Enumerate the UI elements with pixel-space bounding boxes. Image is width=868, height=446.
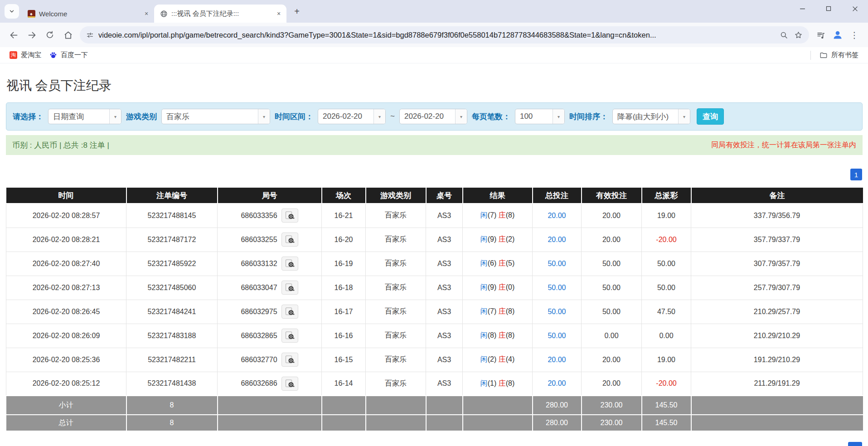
cell-round-id: 686033356	[218, 204, 322, 228]
video-replay-button[interactable]	[281, 329, 298, 343]
search-button[interactable]: 查询	[697, 108, 724, 125]
back-button[interactable]	[5, 27, 22, 43]
video-replay-button[interactable]	[281, 305, 298, 319]
cell-payout: 50.00	[642, 276, 691, 300]
page-1-button[interactable]: 1	[850, 169, 862, 180]
subtotal-payout: 145.50	[642, 396, 691, 415]
col-valid-bet: 有效投注	[582, 187, 642, 204]
total-bet-link[interactable]: 20.00	[548, 236, 566, 243]
cell-result: 闲(9) 庄(0)	[463, 276, 533, 300]
cell-result: 闲(9) 庄(2)	[463, 228, 533, 252]
dropdown-arrow-icon[interactable]: ▾	[109, 109, 121, 124]
sort-select[interactable]: 降幂(由大到小) ▾	[612, 109, 690, 124]
video-replay-button[interactable]	[281, 377, 298, 391]
page-size-select[interactable]: 100 ▾	[515, 109, 565, 124]
cell-payout: -20.00	[642, 228, 691, 252]
subtotal-valid-bet: 230.00	[582, 396, 642, 415]
table-row: 2026-02-20 08:28:57 523217488145 6860333…	[6, 204, 863, 228]
video-replay-button[interactable]	[281, 257, 298, 271]
cell-game-type: 百家乐	[366, 276, 426, 300]
total-bet-link[interactable]: 50.00	[548, 284, 566, 291]
cell-valid-bet: 50.00	[582, 276, 642, 300]
cell-total-bet: 20.00	[533, 348, 582, 372]
all-bookmarks-button[interactable]: 所有书签	[815, 49, 863, 61]
refresh-button[interactable]	[42, 27, 58, 43]
cell-session: 16-18	[322, 276, 366, 300]
new-tab-button[interactable]: +	[290, 5, 304, 18]
cell-table-no: AS3	[426, 252, 463, 276]
query-type-select[interactable]: 日期查询 ▾	[48, 109, 121, 124]
cell-time: 2026-02-20 08:27:40	[6, 252, 126, 276]
col-round-id: 局号	[218, 187, 322, 204]
total-bet-link[interactable]: 20.00	[548, 379, 566, 387]
cell-note: 257.79/307.79	[691, 276, 863, 300]
dropdown-arrow-icon[interactable]: ▾	[258, 109, 270, 124]
total-bet-link[interactable]: 50.00	[548, 260, 566, 267]
video-replay-button[interactable]	[281, 281, 298, 295]
dropdown-arrow-icon[interactable]: ▾	[373, 109, 385, 124]
col-note: 备注	[691, 187, 863, 204]
dropdown-arrow-icon[interactable]: ▾	[455, 109, 467, 124]
table-body: 2026-02-20 08:28:57 523217488145 6860333…	[6, 204, 863, 396]
total-bet-link[interactable]: 50.00	[548, 332, 566, 339]
cell-time: 2026-02-20 08:25:36	[6, 348, 126, 372]
sort-label: 时间排序：	[569, 112, 608, 122]
cell-valid-bet: 20.00	[582, 204, 642, 228]
cell-game-type: 百家乐	[366, 252, 426, 276]
cell-payout: 19.00	[642, 204, 691, 228]
site-settings-icon[interactable]	[86, 31, 94, 39]
dropdown-arrow-icon[interactable]: ▾	[678, 109, 690, 124]
minimize-button[interactable]	[789, 0, 815, 17]
cell-game-type: 百家乐	[366, 228, 426, 252]
close-tab-icon[interactable]: ×	[142, 10, 150, 18]
forward-button[interactable]	[24, 27, 40, 43]
cell-session: 16-20	[322, 228, 366, 252]
tab-welcome[interactable]: ♠ Welcome ×	[22, 5, 154, 23]
bookmark-star-icon[interactable]	[791, 28, 805, 42]
cell-session: 16-17	[322, 300, 366, 324]
total-bet-link[interactable]: 20.00	[548, 212, 566, 219]
bookmark-taobao[interactable]: 淘 爱淘宝	[5, 49, 45, 61]
total-bet-link[interactable]: 20.00	[548, 356, 566, 364]
tab-search-button[interactable]	[5, 4, 19, 19]
cell-result: 闲(8) 庄(8)	[463, 324, 533, 348]
round-id-text: 686033255	[241, 236, 277, 244]
col-game-type: 游戏类别	[366, 187, 426, 204]
dropdown-arrow-icon[interactable]: ▾	[553, 109, 564, 124]
cell-valid-bet: 20.00	[582, 228, 642, 252]
browser-menu-icon[interactable]: ⋮	[846, 27, 863, 43]
browser-tabstrip: ♠ Welcome × :::视讯 会员下注纪录::: × +	[0, 0, 868, 23]
cell-table-no: AS3	[426, 324, 463, 348]
cell-bet-id: 523217484241	[126, 300, 218, 324]
cell-total-bet: 50.00	[533, 276, 582, 300]
cell-table-no: AS3	[426, 276, 463, 300]
close-window-button[interactable]	[842, 0, 868, 17]
cell-bet-id: 523217485060	[126, 276, 218, 300]
cell-time: 2026-02-20 08:26:45	[6, 300, 126, 324]
profile-avatar[interactable]	[830, 27, 845, 43]
video-replay-button[interactable]	[281, 233, 298, 247]
bookmark-baidu[interactable]: 百度一下	[45, 49, 92, 61]
maximize-button[interactable]	[815, 0, 842, 17]
url-bar[interactable]: videoie.com/ipl/portal.php/game/betrecor…	[80, 26, 809, 44]
home-button[interactable]	[60, 27, 76, 43]
tab-title: :::视讯 会员下注纪录:::	[171, 10, 271, 18]
page-1-button[interactable]: 1	[848, 442, 862, 446]
game-type-select[interactable]: 百家乐 ▾	[161, 109, 270, 124]
cell-round-id: 686033132	[218, 252, 322, 276]
media-controls-icon[interactable]	[813, 27, 829, 43]
video-replay-button[interactable]	[281, 353, 298, 367]
url-text[interactable]: videoie.com/ipl/portal.php/game/betrecor…	[98, 31, 772, 39]
zoom-icon[interactable]	[776, 28, 791, 42]
window-controls	[789, 0, 868, 17]
date-from-select[interactable]: 2026-02-20 ▾	[318, 109, 386, 124]
table-row: 2026-02-20 08:27:13 523217485060 6860330…	[6, 276, 863, 300]
cell-table-no: AS3	[426, 372, 463, 396]
cell-note: 210.29/210.29	[691, 324, 863, 348]
video-replay-button[interactable]	[281, 208, 298, 223]
tab-betrecord[interactable]: :::视讯 会员下注纪录::: ×	[154, 5, 286, 23]
total-bet-link[interactable]: 50.00	[548, 308, 566, 315]
date-to-select[interactable]: 2026-02-20 ▾	[399, 109, 467, 124]
baidu-paw-icon	[49, 51, 57, 59]
close-tab-icon[interactable]: ×	[275, 10, 283, 18]
